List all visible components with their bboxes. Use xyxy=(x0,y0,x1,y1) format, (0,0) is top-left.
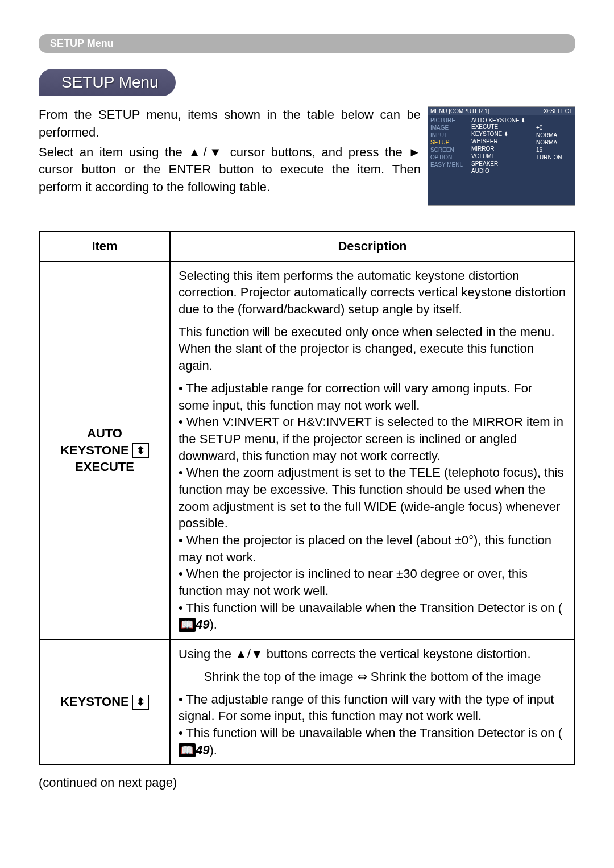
intro-p1: From the SETUP menu, items shown in the … xyxy=(39,106,421,142)
osd-left-item: PICTURE xyxy=(430,117,467,124)
table-row: AUTOKEYSTONE ⬍EXECUTESelecting this item… xyxy=(39,261,575,639)
manual-ref-icon: 📖 xyxy=(179,618,196,631)
osd-right-item xyxy=(536,117,572,124)
osd-right-item: +0 xyxy=(536,124,572,131)
item-cell: KEYSTONE ⬍ xyxy=(39,639,170,764)
osd-right-item: NORMAL xyxy=(536,139,572,146)
desc-cell: Using the ▲/▼ buttons corrects the verti… xyxy=(170,639,575,764)
osd-right-item: NORMAL xyxy=(536,131,572,139)
intro-wrap: From the SETUP menu, items shown in the … xyxy=(39,106,575,206)
osd-header-left: MENU [COMPUTER 1] xyxy=(430,108,489,114)
continued-note: (continued on next page) xyxy=(39,775,575,790)
intro-p2: Select an item using the ▲/▼ cursor butt… xyxy=(39,144,421,196)
desc-paragraph: • The adjustable range for correction wi… xyxy=(179,380,566,633)
th-item: Item xyxy=(39,232,170,261)
manual-ref-icon: 📖 xyxy=(179,743,196,757)
osd-left-item: INPUT xyxy=(430,131,467,139)
section-banner: SETUP Menu xyxy=(39,34,575,53)
osd-left-col: PICTUREIMAGEINPUTSETUPSCREENOPTIONEASY M… xyxy=(428,115,469,205)
item-label-line: EXECUTE xyxy=(75,460,134,474)
desc-paragraph: Using the ▲/▼ buttons corrects the verti… xyxy=(179,646,566,663)
osd-body: PICTUREIMAGEINPUTSETUPSCREENOPTIONEASY M… xyxy=(428,115,575,205)
desc-paragraph: Selecting this item performs the automat… xyxy=(179,267,566,318)
setup-table: Item Description AUTOKEYSTONE ⬍EXECUTESe… xyxy=(39,231,575,765)
th-desc: Description xyxy=(170,232,575,261)
intro-text: From the SETUP menu, items shown in the … xyxy=(39,106,421,206)
osd-left-item: EASY MENU xyxy=(430,161,467,168)
osd-right-col: +0NORMALNORMAL16TURN ON xyxy=(534,115,575,205)
desc-paragraph: • The adjustable range of this function … xyxy=(179,691,566,759)
osd-right-item: TURN ON xyxy=(536,154,572,161)
osd-mid-item: AUDIO xyxy=(471,167,532,175)
item-label-line: KEYSTONE xyxy=(60,443,129,457)
osd-header-right: ⦿:SELECT xyxy=(543,108,572,114)
section-title-pill: SETUP Menu xyxy=(39,69,176,96)
osd-mid-item: AUTO KEYSTONE ⬍ EXECUTE xyxy=(471,117,532,130)
osd-menu-thumbnail: MENU [COMPUTER 1] ⦿:SELECT PICTUREIMAGEI… xyxy=(428,106,575,206)
osd-mid-item: VOLUME xyxy=(471,152,532,160)
osd-left-item: SCREEN xyxy=(430,146,467,154)
osd-right-item: 16 xyxy=(536,146,572,154)
osd-right-item xyxy=(536,161,572,168)
osd-left-item: SETUP xyxy=(430,139,467,146)
osd-left-item: IMAGE xyxy=(430,124,467,131)
item-label-line: AUTO xyxy=(87,426,122,440)
item-label-line: KEYSTONE xyxy=(60,695,129,709)
osd-header: MENU [COMPUTER 1] ⦿:SELECT xyxy=(428,107,575,115)
table-row: KEYSTONE ⬍Using the ▲/▼ buttons corrects… xyxy=(39,639,575,764)
osd-left-item: OPTION xyxy=(430,154,467,161)
desc-cell: Selecting this item performs the automat… xyxy=(170,261,575,639)
osd-mid-col: AUTO KEYSTONE ⬍ EXECUTEKEYSTONE ⬍WHISPER… xyxy=(469,115,534,205)
osd-mid-item: WHISPER xyxy=(471,138,532,145)
osd-mid-item: MIRROR xyxy=(471,145,532,152)
osd-mid-item: SPEAKER xyxy=(471,160,532,167)
desc-paragraph: This function will be executed only once… xyxy=(179,324,566,374)
keystone-trapezoid-icon: ⬍ xyxy=(132,695,149,709)
osd-mid-item: KEYSTONE ⬍ xyxy=(471,130,532,138)
keystone-trapezoid-icon: ⬍ xyxy=(132,443,149,458)
item-cell: AUTOKEYSTONE ⬍EXECUTE xyxy=(39,261,170,639)
desc-paragraph: Shrink the top of the image ⇔ Shrink the… xyxy=(179,668,566,685)
